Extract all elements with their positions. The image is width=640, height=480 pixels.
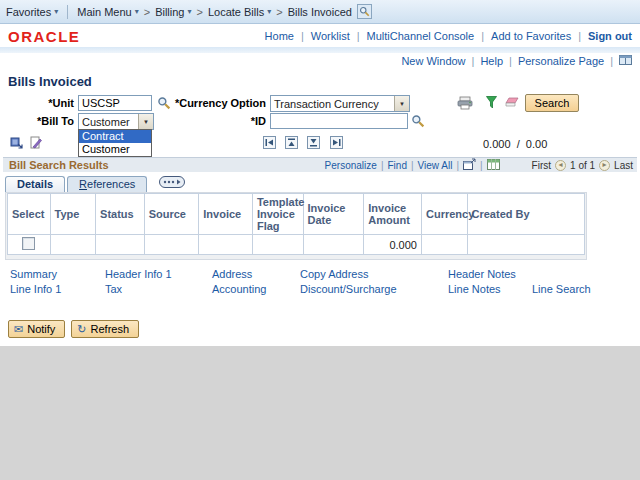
download-to-excel-icon[interactable] xyxy=(487,159,500,172)
results-controls: Personalize | Find | View All | | First … xyxy=(325,158,633,172)
filter-funnel-icon[interactable] xyxy=(486,96,498,111)
pagination: First ◂ 1 of 1 ▸ Last xyxy=(532,160,633,171)
accounting-link[interactable]: Accounting xyxy=(212,283,266,295)
copy-address-link[interactable]: Copy Address xyxy=(300,268,368,280)
personalize-page-link[interactable]: Personalize Page xyxy=(518,55,604,67)
cell-invoice-date xyxy=(303,235,364,255)
application-window: Favorites ▾ Main Menu ▾ > Billing ▾ > Lo… xyxy=(0,0,640,346)
view-all-link[interactable]: View All xyxy=(418,160,453,171)
pagination-last-label[interactable]: Last xyxy=(614,160,633,171)
breadcrumb-search-icon[interactable] xyxy=(357,4,372,19)
column-invoice-date: Invoice Date xyxy=(303,194,364,235)
header-row: ORACLE Home | Worklist | MultiChannel Co… xyxy=(0,24,640,47)
grid-header-row: Select Type Status Source Invoice Templa… xyxy=(8,194,585,235)
bill-to-label: *Bill To xyxy=(8,115,74,127)
scroll-first-icon[interactable] xyxy=(263,136,276,151)
chevron-down-icon: ▾ xyxy=(135,8,139,16)
envelope-icon: ✉ xyxy=(14,324,23,335)
pagination-first-label[interactable]: First xyxy=(532,160,551,171)
search-button[interactable]: Search xyxy=(525,94,579,112)
chevron-down-icon: ▾ xyxy=(188,8,192,16)
worklist-link[interactable]: Worklist xyxy=(311,30,350,42)
dropdown-option-customer[interactable]: Customer xyxy=(79,143,151,156)
cell-type xyxy=(50,235,96,255)
line-notes-link[interactable]: Line Notes xyxy=(448,283,501,295)
page-title: Bills Invoiced xyxy=(8,74,640,89)
personalize-link[interactable]: Personalize xyxy=(325,160,377,171)
grid-export-icon[interactable] xyxy=(10,136,23,151)
next-row-icon[interactable]: ▸ xyxy=(599,160,610,171)
bill-to-dropdown-list: Contract Customer xyxy=(78,129,152,157)
column-invoice-amount: Invoice Amount xyxy=(364,194,422,235)
oracle-logo: ORACLE xyxy=(8,28,80,45)
bill-to-value: Customer xyxy=(79,116,138,128)
new-window-link[interactable]: New Window xyxy=(401,55,465,67)
multichannel-console-link[interactable]: MultiChannel Console xyxy=(367,30,475,42)
layout-window-icon[interactable] xyxy=(619,55,632,67)
breadcrumb: Favorites ▾ Main Menu ▾ > Billing ▾ > Lo… xyxy=(0,0,640,24)
column-currency: Currency xyxy=(421,194,467,235)
id-input[interactable] xyxy=(270,113,408,129)
column-invoice: Invoice xyxy=(199,194,253,235)
results-grid: Select Type Status Source Invoice Templa… xyxy=(7,193,585,255)
cell-status xyxy=(96,235,145,255)
breadcrumb-locate-bills[interactable]: Locate Bills ▾ xyxy=(208,6,271,18)
breadcrumb-separator: > xyxy=(276,6,282,18)
breadcrumb-label: Locate Bills xyxy=(208,6,264,18)
unit-input[interactable] xyxy=(78,95,152,111)
line-info-1-link[interactable]: Line Info 1 xyxy=(10,283,61,295)
breadcrumb-separator: > xyxy=(197,6,203,18)
table-row: 0.000 xyxy=(8,235,585,255)
previous-row-icon[interactable]: ◂ xyxy=(555,160,566,171)
column-status: Status xyxy=(96,194,145,235)
address-link[interactable]: Address xyxy=(212,268,252,280)
add-to-favorites-link[interactable]: Add to Favorites xyxy=(491,30,571,42)
dropdown-option-contract[interactable]: Contract xyxy=(79,130,151,143)
currency-option-value: Transaction Currency xyxy=(271,98,394,110)
breadcrumb-label: Main Menu xyxy=(77,6,131,18)
currency-option-select[interactable]: Transaction Currency ▼ xyxy=(270,95,410,112)
header-info-1-link[interactable]: Header Info 1 xyxy=(105,268,172,280)
show-all-columns-icon[interactable] xyxy=(159,176,185,190)
line-search-link[interactable]: Line Search xyxy=(532,283,591,295)
column-source: Source xyxy=(144,194,199,235)
home-link[interactable]: Home xyxy=(265,30,294,42)
discount-surcharge-link[interactable]: Discount/Surcharge xyxy=(300,283,397,295)
column-type: Type xyxy=(50,194,96,235)
find-link[interactable]: Find xyxy=(387,160,406,171)
breadcrumb-bills-invoiced[interactable]: Bills Invoiced xyxy=(288,6,352,18)
id-lookup-icon[interactable] xyxy=(411,114,425,130)
notepad-edit-icon[interactable] xyxy=(29,136,42,151)
tab-details[interactable]: Details xyxy=(5,176,65,192)
tax-link[interactable]: Tax xyxy=(105,283,122,295)
scroll-down-icon[interactable] xyxy=(307,136,320,151)
column-template-invoice-flag: Template Invoice Flag xyxy=(252,194,303,235)
summary-link[interactable]: Summary xyxy=(10,268,57,280)
help-link[interactable]: Help xyxy=(480,55,503,67)
scroll-last-icon[interactable] xyxy=(330,136,343,151)
print-icon[interactable] xyxy=(457,96,474,112)
breadcrumb-main-menu[interactable]: Main Menu ▾ xyxy=(77,6,138,18)
notify-button[interactable]: ✉ Notify xyxy=(8,320,65,338)
breadcrumb-label: Billing xyxy=(155,6,184,18)
eraser-icon[interactable] xyxy=(505,97,519,110)
related-links: Summary Header Info 1 Address Copy Addre… xyxy=(8,268,638,300)
header-notes-link[interactable]: Header Notes xyxy=(448,268,516,280)
notify-label: Notify xyxy=(27,323,55,335)
pagebar: New Window | Help | Personalize Page | xyxy=(0,53,640,69)
separator: | xyxy=(456,160,459,171)
favorites-menu[interactable]: Favorites ▾ xyxy=(6,6,58,18)
column-select: Select xyxy=(8,194,51,235)
sign-out-link[interactable]: Sign out xyxy=(588,30,632,42)
separator: | xyxy=(357,30,360,42)
scroll-up-icon[interactable] xyxy=(285,136,298,151)
total-count: 0.00 xyxy=(526,138,547,150)
row-select-checkbox[interactable] xyxy=(22,237,35,250)
divider xyxy=(67,5,68,19)
breadcrumb-billing[interactable]: Billing ▾ xyxy=(155,6,191,18)
tab-references[interactable]: References xyxy=(67,176,147,192)
zoom-grid-icon[interactable] xyxy=(463,158,476,172)
refresh-button[interactable]: ↻ Refresh xyxy=(71,320,139,338)
bill-to-select[interactable]: Customer ▼ xyxy=(78,113,154,130)
chevron-down-icon: ▼ xyxy=(394,96,409,111)
